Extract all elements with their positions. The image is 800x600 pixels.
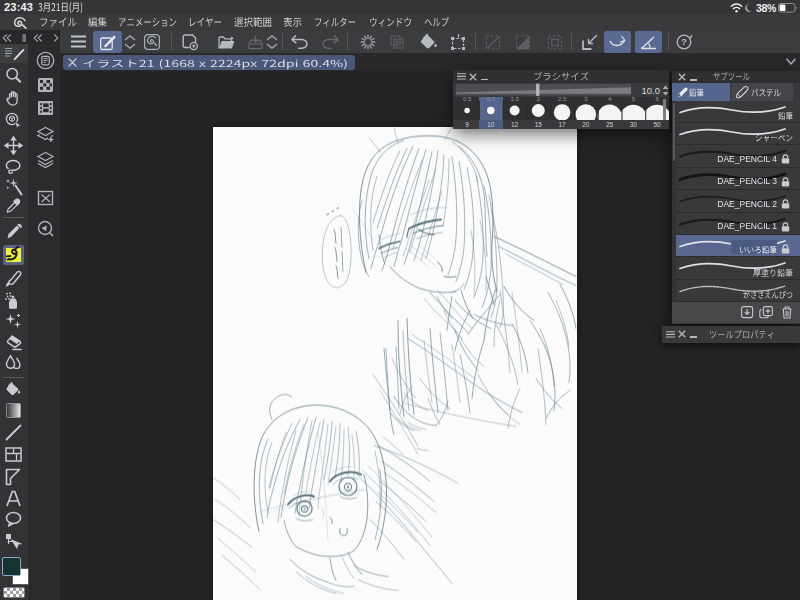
svg-text:?: ? [681, 36, 687, 47]
